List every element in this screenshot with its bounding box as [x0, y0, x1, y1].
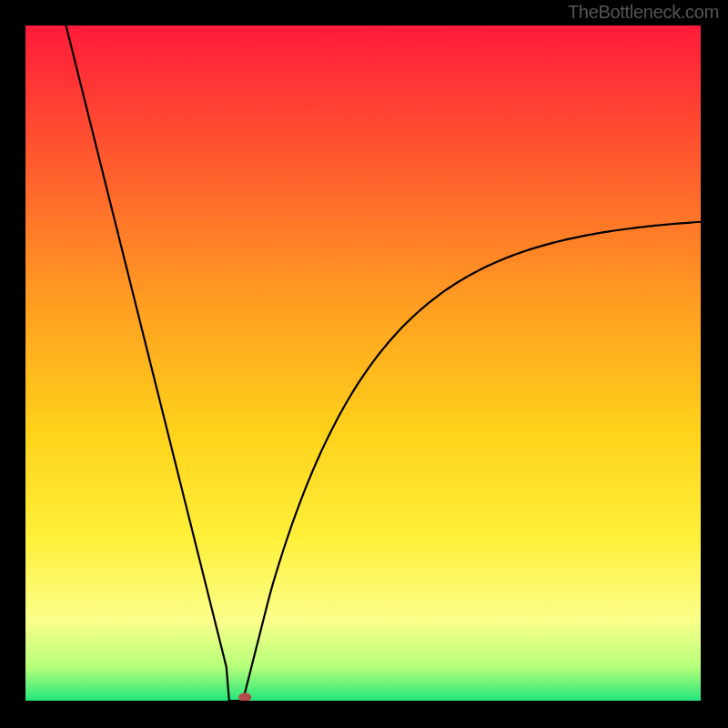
chart-svg — [25, 25, 701, 701]
watermark-text: TheBottleneck.com — [568, 2, 719, 23]
plot-area — [25, 25, 701, 701]
background-rect — [25, 25, 701, 701]
